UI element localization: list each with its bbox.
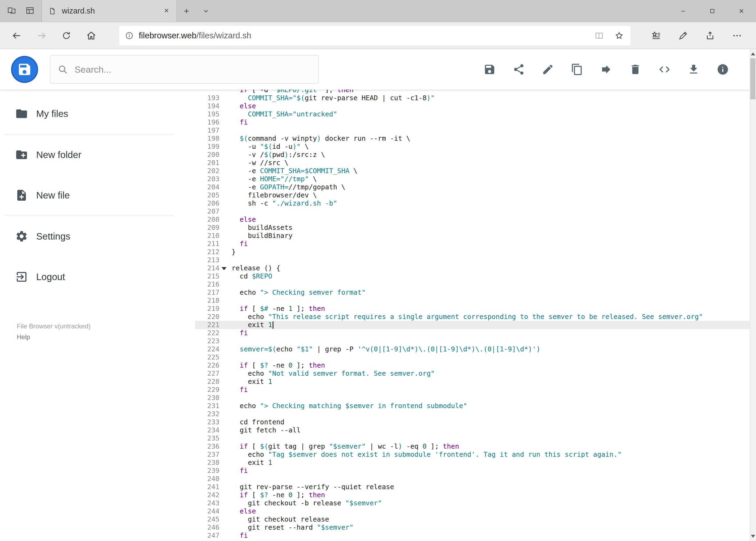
scroll-down-icon[interactable] [751,535,755,538]
code-line: 245 git checkout release [195,515,756,523]
url-text[interactable]: filebrowser.web/files/wizard.sh [139,31,591,41]
help-link[interactable]: Help [17,333,30,341]
site-info-icon[interactable] [125,31,134,40]
fold-gutter [219,321,232,329]
code-line: 221 exit 1 [195,321,756,329]
home-button[interactable] [79,23,104,48]
more-icon [732,31,742,41]
code-text: -e HOME="//tmp" \ [232,175,756,183]
new-folder-icon [15,148,28,161]
fold-gutter [219,394,232,402]
page-scrollbar[interactable] [750,49,756,541]
line-number: 197 [195,126,219,135]
settings-icon [15,230,28,243]
share-page-button[interactable] [698,23,722,48]
sidebar-item-new-file[interactable]: New file [0,175,195,216]
tab-close-icon[interactable] [163,7,170,15]
browser-window: wizard.sh filebrowser.web/files/wizard.s… [0,0,756,541]
forward-button[interactable] [29,23,54,48]
set-tabs-aside-icon[interactable] [7,6,16,16]
edit-icon [542,63,554,76]
line-number: 242 [195,491,219,499]
fold-arrow-icon[interactable] [219,264,232,272]
line-number: 202 [195,167,219,175]
line-number: 243 [195,499,219,507]
line-number: 225 [195,353,219,361]
app-header [0,49,756,90]
navigation-bar: filebrowser.web/files/wizard.sh [0,22,756,49]
sidebar-item-logout[interactable]: Logout [0,257,195,297]
new-tab-button[interactable] [177,0,196,22]
address-bar[interactable]: filebrowser.web/files/wizard.sh [119,26,630,45]
more-menu-button[interactable] [725,23,750,48]
fold-gutter [219,102,232,110]
code-text: echo "> Checking semver format" [232,288,756,296]
fold-gutter [219,491,232,499]
save-button[interactable] [483,63,496,76]
line-number: 241 [195,483,219,491]
delete-icon [629,63,641,76]
line-number: 223 [195,337,219,345]
download-button[interactable] [687,63,700,76]
hub-favorites-button[interactable] [644,23,668,48]
code-text: git reset --hard "$semver" [232,523,756,532]
tab-wizard-sh[interactable]: wizard.sh [42,0,177,22]
code-text: exit 1 [232,321,756,329]
web-note-button[interactable] [671,23,695,48]
edit-button[interactable] [542,63,554,76]
line-number: 207 [195,208,219,216]
code-text: COMMIT_SHA="untracked" [232,110,756,118]
download-icon [687,63,700,76]
sidebar-footer: File Browser v(untracked) Help [0,322,195,341]
fold-gutter [219,135,232,143]
code-editor[interactable]: if [ -d "$REPO/.git" ]; then193 COMMIT_S… [195,90,756,541]
sidebar-item-new-folder[interactable]: New folder [0,135,195,175]
code-text [232,337,756,345]
tabs-you-set-aside-icon[interactable] [25,6,35,16]
fold-gutter [219,208,232,216]
tabs-set-aside-icon [25,6,35,15]
search-box[interactable] [50,55,319,84]
reading-view-icon [594,31,604,41]
line-number: 226 [195,361,219,369]
code-line: 236 if [ $(git tag | grep "$semver" | wc… [195,442,756,450]
favorite-star-button[interactable] [611,27,628,44]
line-number: 200 [195,151,219,159]
share-button[interactable] [513,63,525,76]
scroll-up-icon[interactable] [751,52,755,55]
fold-gutter [219,199,232,208]
fold-gutter [219,329,232,337]
move-button[interactable] [600,63,613,76]
reading-view-button[interactable] [591,27,608,44]
minimize-button[interactable] [668,0,698,22]
scrollbar-thumb[interactable] [750,58,755,99]
copy-button[interactable] [571,63,583,76]
close-window-button[interactable] [727,0,756,22]
code-line: 232 [195,410,756,418]
refresh-button[interactable] [54,23,79,48]
logout-icon [15,270,28,283]
line-number: 238 [195,459,219,467]
delete-button[interactable] [629,63,641,76]
code-text [232,256,756,264]
switch-view-button[interactable] [658,63,671,76]
line-number: 245 [195,515,219,523]
fold-gutter [219,240,232,248]
line-number: 244 [195,507,219,515]
share-edge-icon [705,31,715,41]
fold-gutter [219,434,232,442]
fold-gutter [219,353,232,361]
info-button[interactable] [717,63,729,76]
fold-gutter [219,442,232,450]
sidebar-item-settings[interactable]: Settings [0,216,195,257]
code-text: -u "$(id -u)" \ [232,143,756,151]
filebrowser-logo[interactable] [11,56,38,83]
url-path: /files/wizard.sh [196,31,251,40]
tab-preview-toggle[interactable] [196,0,216,22]
maximize-button[interactable] [698,0,727,22]
line-number: 216 [195,280,219,288]
code-line: 196 fi [195,118,756,126]
search-input[interactable] [75,64,311,75]
sidebar-item-my-files[interactable]: My files [0,94,195,134]
back-button[interactable] [4,23,29,48]
